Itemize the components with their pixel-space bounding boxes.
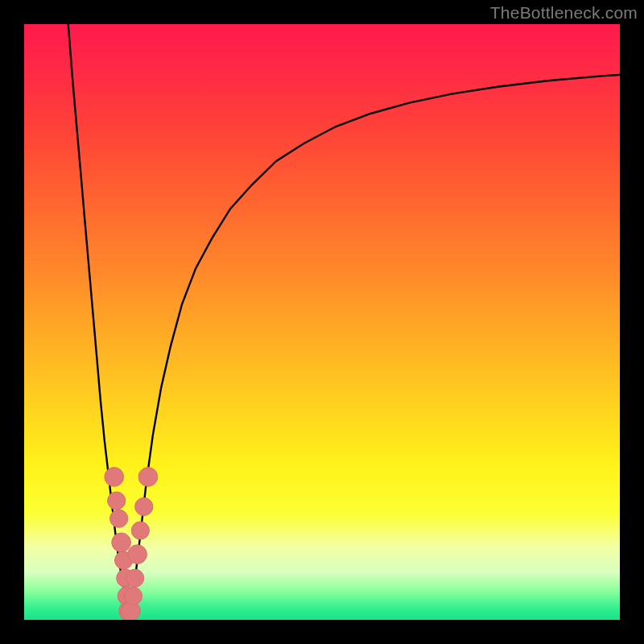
- data-marker: [131, 522, 149, 539]
- data-marker: [105, 468, 124, 487]
- data-marker: [124, 587, 142, 605]
- chart-frame: TheBottleneck.com: [0, 0, 644, 644]
- data-marker: [135, 497, 153, 515]
- chart-svg: [24, 24, 620, 620]
- data-marker: [112, 533, 131, 552]
- data-markers: [105, 468, 158, 620]
- curve-right: [130, 75, 620, 614]
- data-marker: [126, 569, 144, 587]
- data-marker: [138, 468, 158, 487]
- watermark-text: TheBottleneck.com: [490, 3, 638, 23]
- data-marker: [128, 545, 147, 564]
- data-marker: [110, 510, 128, 527]
- plot-area: [24, 24, 620, 620]
- data-marker: [108, 492, 126, 510]
